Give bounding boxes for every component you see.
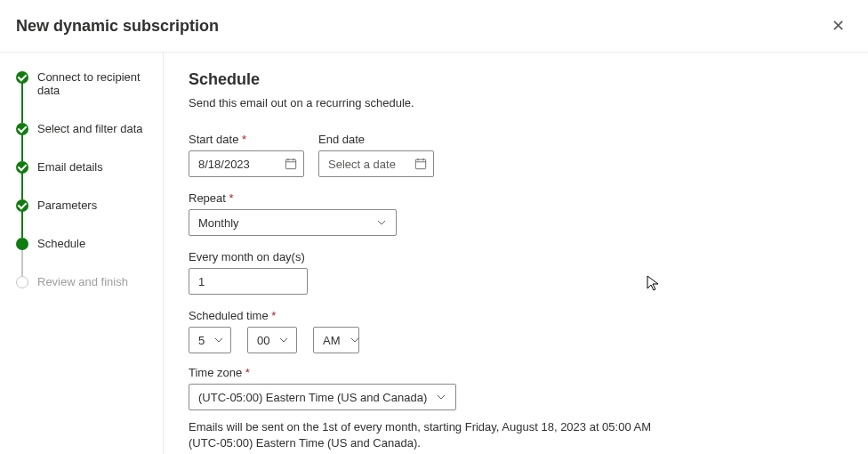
timezone-value: (UTC-05:00) Eastern Time (US and Canada): [198, 391, 427, 404]
step-current-icon: [16, 238, 28, 250]
chevron-down-icon: [213, 335, 224, 345]
wizard-step[interactable]: Email details: [16, 160, 150, 199]
step-done-icon: [16, 161, 28, 174]
close-button[interactable]: ✕: [824, 12, 852, 39]
wizard-step[interactable]: Schedule: [16, 237, 150, 275]
wizard-step-label: Select and filter data: [37, 122, 143, 160]
chevron-down-icon: [350, 335, 360, 345]
step-done-icon: [16, 199, 28, 212]
repeat-value: Monthly: [198, 216, 239, 230]
wizard-step[interactable]: Review and finish: [16, 275, 150, 313]
step-done-icon: [16, 71, 28, 84]
timezone-label: Time zone *: [189, 366, 456, 379]
end-date-input[interactable]: [318, 150, 434, 177]
step-connector: [21, 249, 23, 276]
schedule-form: Schedule Send this email out on a recurr…: [164, 53, 868, 454]
wizard-step[interactable]: Connect to recipient data: [16, 70, 150, 122]
wizard-step[interactable]: Parameters: [16, 199, 150, 237]
step-connector: [21, 173, 23, 199]
ampm-value: AM: [323, 334, 341, 347]
schedule-summary-text: Emails will be sent on the 1st of every …: [189, 419, 669, 451]
chevron-down-icon: [376, 217, 387, 228]
dialog-title: New dynamic subscription: [16, 17, 219, 36]
wizard-step[interactable]: Select and filter data: [16, 122, 150, 160]
chevron-down-icon: [436, 392, 446, 402]
section-title: Schedule: [189, 70, 843, 89]
chevron-down-icon: [278, 335, 289, 345]
wizard-sidebar: Connect to recipient dataSelect and filt…: [0, 53, 164, 454]
timezone-select[interactable]: (UTC-05:00) Eastern Time (US and Canada): [189, 384, 456, 410]
hour-value: 5: [198, 334, 205, 347]
end-date-label: End date: [318, 133, 434, 146]
step-connector: [21, 134, 23, 161]
every-month-label: Every month on day(s): [189, 250, 308, 263]
minute-select[interactable]: 00: [247, 327, 297, 353]
every-month-days-input[interactable]: [189, 268, 308, 295]
minute-value: 00: [257, 334, 269, 347]
step-done-icon: [16, 123, 28, 135]
step-pending-icon: [16, 276, 28, 288]
wizard-step-label: Review and finish: [37, 275, 128, 313]
ampm-select[interactable]: AM: [313, 327, 359, 353]
step-connector: [21, 83, 23, 123]
wizard-step-label: Connect to recipient data: [37, 70, 150, 122]
wizard-step-label: Parameters: [37, 199, 97, 237]
start-date-input[interactable]: [189, 150, 304, 177]
start-date-label: Start date *: [189, 133, 304, 146]
repeat-label: Repeat *: [189, 191, 397, 205]
hour-select[interactable]: 5: [189, 327, 231, 353]
close-icon: ✕: [832, 17, 845, 35]
wizard-step-label: Email details: [37, 160, 103, 199]
wizard-step-label: Schedule: [37, 237, 85, 275]
scheduled-time-label: Scheduled time *: [189, 309, 359, 322]
repeat-select[interactable]: Monthly: [189, 209, 397, 236]
step-connector: [21, 211, 23, 238]
section-subtitle: Send this email out on a recurring sched…: [189, 96, 843, 109]
